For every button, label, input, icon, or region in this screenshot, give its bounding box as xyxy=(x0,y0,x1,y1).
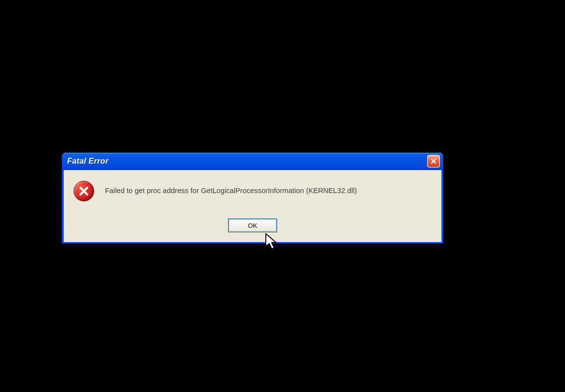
dialog-title: Fatal Error xyxy=(67,157,108,166)
content-row: Failed to get proc address for GetLogica… xyxy=(64,170,441,201)
titlebar[interactable]: Fatal Error xyxy=(62,153,443,170)
button-row: OK xyxy=(64,219,441,232)
error-dialog: Fatal Error Failed to get proc address f… xyxy=(62,152,443,244)
close-button[interactable] xyxy=(427,155,440,168)
ok-button[interactable]: OK xyxy=(228,219,277,232)
error-message: Failed to get proc address for GetLogica… xyxy=(105,186,357,196)
close-icon xyxy=(431,158,437,164)
dialog-body: Failed to get proc address for GetLogica… xyxy=(62,170,443,244)
error-icon xyxy=(74,181,94,201)
